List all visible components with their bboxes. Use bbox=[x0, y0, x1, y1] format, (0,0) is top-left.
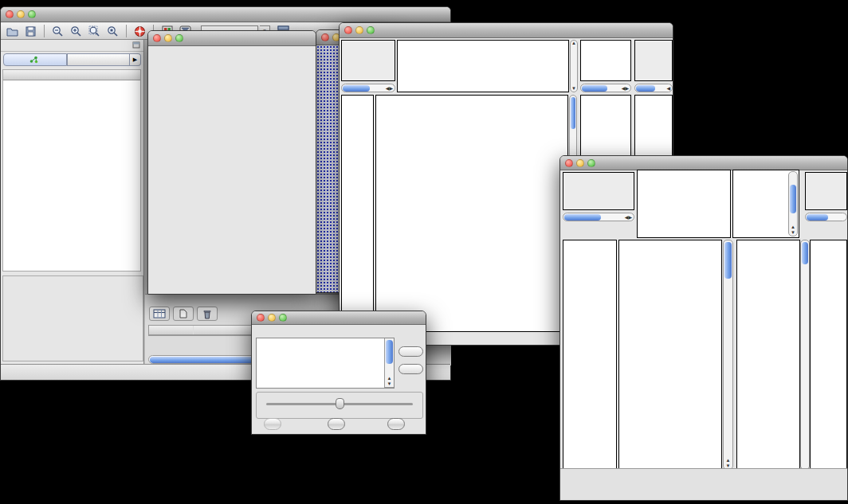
animation-speed-group bbox=[256, 392, 423, 419]
attribute-up-button[interactable] bbox=[398, 346, 423, 357]
tv2-column-labels-vscroll[interactable]: ▲▼ bbox=[788, 171, 798, 236]
tab-network[interactable] bbox=[3, 53, 67, 66]
usage-hints-title bbox=[806, 173, 846, 174]
tv2-bottom-bar bbox=[560, 468, 847, 500]
network-table-header[interactable] bbox=[3, 70, 140, 80]
tv1-heatmap-canvas[interactable] bbox=[376, 96, 567, 331]
close-button[interactable] bbox=[6, 10, 14, 18]
create-vizmap-button[interactable] bbox=[328, 418, 345, 430]
tv2-gene-labels-panel bbox=[810, 240, 847, 470]
tv2-right-zoom-slider[interactable] bbox=[805, 213, 847, 221]
close-button[interactable] bbox=[153, 34, 161, 42]
tv2-usage-hints-panel bbox=[805, 172, 847, 210]
map-dialog-titlebar[interactable] bbox=[252, 311, 426, 325]
view-status-title bbox=[342, 41, 395, 42]
treeview2-window: ◀▶ ▲▼ ▲▼ bbox=[559, 155, 848, 501]
tv1-usage-hints-panel bbox=[634, 40, 673, 81]
tv2-global-heatmap-panel[interactable] bbox=[618, 240, 722, 470]
tv1-right-zoom-slider[interactable]: ◀ bbox=[634, 84, 673, 92]
tv1-dendro-vscroll[interactable]: ▲▼ bbox=[570, 40, 578, 92]
tv1-view-status-panel bbox=[341, 40, 395, 81]
zoom-button[interactable] bbox=[279, 314, 287, 322]
tv1-row-dendrogram-panel[interactable] bbox=[341, 95, 374, 332]
minimize-button[interactable] bbox=[576, 159, 584, 167]
tv2-zoom-view-panel[interactable] bbox=[736, 240, 800, 470]
close-button[interactable] bbox=[257, 314, 265, 322]
attribute-down-button[interactable] bbox=[398, 364, 423, 374]
treeview1-titlebar[interactable] bbox=[340, 23, 673, 38]
zoom-button[interactable] bbox=[175, 34, 183, 42]
minimize-button[interactable] bbox=[164, 34, 172, 42]
open-session-icon[interactable] bbox=[4, 24, 21, 38]
new-attribute-icon[interactable] bbox=[173, 307, 194, 321]
tv2-left-zoom-slider[interactable]: ◀▶ bbox=[563, 213, 634, 221]
tv1-zoom-hscroll[interactable]: ◀▶ bbox=[580, 84, 631, 92]
network-view-titlebar[interactable] bbox=[148, 31, 316, 46]
tv1-column-labels-panel bbox=[580, 40, 631, 81]
animate-vizmap-button[interactable] bbox=[264, 418, 281, 430]
close-button[interactable] bbox=[321, 33, 329, 41]
select-attributes-icon[interactable] bbox=[149, 307, 170, 321]
tab-overflow-arrow[interactable]: ▶ bbox=[130, 53, 141, 66]
tv2-zoom-vscroll[interactable] bbox=[800, 240, 810, 470]
network-list-table bbox=[2, 69, 141, 272]
tv1-column-dendrogram-panel[interactable] bbox=[397, 40, 569, 92]
zoom-out-icon[interactable] bbox=[49, 24, 66, 38]
attribute-list-vscroll[interactable]: ▲▼ bbox=[384, 338, 394, 388]
tv1-row-dendrogram-canvas[interactable] bbox=[342, 96, 373, 331]
animation-speed-slider-thumb[interactable] bbox=[336, 398, 344, 409]
help-lifesaver-icon[interactable] bbox=[132, 24, 148, 38]
control-panel: ▶ bbox=[1, 40, 144, 364]
toolbar-separator bbox=[44, 25, 45, 37]
save-session-icon[interactable] bbox=[22, 24, 39, 38]
tv1-zoom-matrix-canvas[interactable] bbox=[582, 97, 630, 145]
treeview2-titlebar[interactable] bbox=[560, 156, 847, 170]
close-button[interactable] bbox=[344, 26, 352, 34]
tv1-column-dendrogram-canvas[interactable] bbox=[398, 41, 568, 92]
tv2-view-status-panel bbox=[563, 172, 634, 210]
tv1-global-heatmap-panel[interactable] bbox=[375, 95, 568, 332]
zoom-button[interactable] bbox=[587, 159, 595, 167]
birdseye-view[interactable] bbox=[2, 275, 143, 361]
tv2-heatmap-canvas[interactable] bbox=[619, 240, 721, 469]
network-canvas[interactable] bbox=[148, 46, 316, 294]
network-view-window bbox=[147, 30, 316, 295]
control-panel-tabs: ▶ bbox=[3, 53, 141, 66]
attribute-listbox: ▲▼ bbox=[256, 338, 395, 389]
toolbar-separator bbox=[126, 25, 127, 37]
minimize-button[interactable] bbox=[17, 10, 25, 18]
delete-attribute-icon[interactable] bbox=[197, 307, 218, 321]
minimize-button[interactable] bbox=[268, 314, 276, 322]
col-id bbox=[149, 326, 194, 334]
tv2-column-dendrogram-panel[interactable] bbox=[637, 170, 731, 238]
tv2-column-labels-panel: ▲▼ bbox=[732, 170, 799, 238]
tab-vizmapper[interactable] bbox=[67, 53, 131, 66]
usage-hints-title bbox=[635, 41, 672, 42]
zoom-in-icon[interactable] bbox=[68, 24, 84, 38]
done-button[interactable] bbox=[387, 418, 405, 430]
zoom-button[interactable] bbox=[28, 10, 36, 18]
zoom-selected-icon[interactable] bbox=[104, 24, 121, 38]
minimize-button[interactable] bbox=[355, 26, 363, 34]
tv2-row-dendrogram-panel[interactable] bbox=[563, 240, 617, 470]
map-colors-dialog: ▲▼ bbox=[251, 311, 426, 435]
zoom-button[interactable] bbox=[367, 26, 375, 34]
float-panel-icon[interactable] bbox=[132, 41, 140, 50]
close-button[interactable] bbox=[565, 159, 573, 167]
tv2-zoom-heatmap-canvas[interactable] bbox=[737, 240, 799, 469]
main-titlebar[interactable] bbox=[1, 7, 450, 22]
tv1-left-zoom-slider[interactable]: ◀▶ bbox=[341, 84, 395, 92]
tv2-heatmap-vscroll[interactable]: ▲▼ bbox=[723, 240, 733, 470]
view-status-title bbox=[563, 173, 634, 174]
zoom-fit-icon[interactable] bbox=[86, 24, 103, 38]
network-icon bbox=[29, 56, 38, 64]
tv2-row-dendrogram-canvas[interactable] bbox=[563, 240, 616, 469]
